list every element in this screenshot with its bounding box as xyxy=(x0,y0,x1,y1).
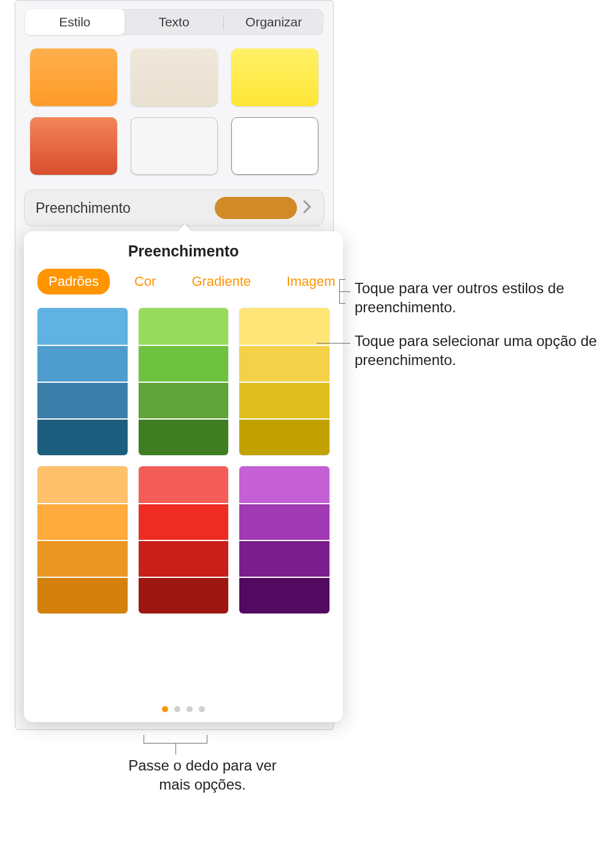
fill-preset-swatch[interactable] xyxy=(37,503,128,540)
fill-preset-swatch[interactable] xyxy=(37,466,128,503)
fill-preset-group xyxy=(37,466,128,613)
callout-swatch-tip: Toque para selecionar uma opção de preen… xyxy=(355,331,612,369)
fill-preset-swatch[interactable] xyxy=(239,466,329,503)
callout-bracket xyxy=(144,735,207,744)
page-dot[interactable] xyxy=(162,706,168,712)
callout-line xyxy=(339,291,350,292)
fill-preset-swatch[interactable] xyxy=(139,382,229,418)
tab-text-label: Texto xyxy=(158,15,189,29)
fill-preset-swatch[interactable] xyxy=(139,418,229,455)
fill-preset-swatch[interactable] xyxy=(239,503,329,540)
shape-style-swatch[interactable] xyxy=(30,48,117,106)
popover-title: Preenchimento xyxy=(24,231,343,269)
page-dot[interactable] xyxy=(199,706,205,712)
fill-preset-swatch[interactable] xyxy=(37,345,128,382)
fill-tab-color[interactable]: Cor xyxy=(123,269,167,294)
fill-current-swatch[interactable] xyxy=(215,197,297,219)
fill-preset-swatch[interactable] xyxy=(37,540,128,577)
fill-preset-swatch[interactable] xyxy=(37,418,128,455)
fill-row-label: Preenchimento xyxy=(36,200,215,217)
shape-style-swatch[interactable] xyxy=(131,117,218,175)
fill-preset-swatch[interactable] xyxy=(239,345,329,382)
fill-preset-swatch[interactable] xyxy=(239,308,329,345)
format-panel: Estilo Texto Organizar Preenchimento Pre… xyxy=(15,0,334,730)
fill-preset-group xyxy=(239,308,329,455)
fill-preset-group xyxy=(37,308,128,455)
shape-style-swatch[interactable] xyxy=(131,48,218,106)
fill-preset-swatch[interactable] xyxy=(139,577,229,613)
fill-preset-swatch[interactable] xyxy=(139,503,229,540)
page-dot[interactable] xyxy=(187,706,193,712)
fill-tab-image[interactable]: Imagem xyxy=(275,269,346,294)
fill-tab-gradient[interactable]: Gradiente xyxy=(180,269,262,294)
page-indicator[interactable] xyxy=(24,706,343,712)
tab-style-label: Estilo xyxy=(59,15,90,29)
fill-tab-presets[interactable]: Padrões xyxy=(37,269,110,294)
fill-preset-swatch[interactable] xyxy=(239,382,329,418)
fill-preset-swatch[interactable] xyxy=(139,308,229,345)
fill-preset-swatch[interactable] xyxy=(239,418,329,455)
callout-line xyxy=(175,744,176,755)
fill-preset-swatch[interactable] xyxy=(139,540,229,577)
fill-preset-swatch[interactable] xyxy=(239,577,329,613)
fill-preset-swatch[interactable] xyxy=(37,577,128,613)
fill-preset-swatch[interactable] xyxy=(37,308,128,345)
fill-preset-group xyxy=(239,466,329,613)
shape-style-swatch[interactable] xyxy=(231,117,318,175)
chevron-right-icon[interactable] xyxy=(297,198,318,218)
fill-tab-presets-label: Padrões xyxy=(48,274,99,289)
fill-preset-swatch[interactable] xyxy=(139,345,229,382)
fill-preset-group xyxy=(139,308,229,455)
tab-arrange-label: Organizar xyxy=(245,15,302,29)
fill-type-tabs: Padrões Cor Gradiente Imagem xyxy=(24,269,343,303)
fill-row[interactable]: Preenchimento xyxy=(24,190,325,226)
fill-preset-swatch[interactable] xyxy=(239,540,329,577)
fill-preset-group xyxy=(139,466,229,613)
fill-tab-color-label: Cor xyxy=(134,274,156,289)
callout-tabs-tip: Toque para ver outros estilos de preench… xyxy=(355,279,600,317)
fill-popover: Preenchimento Padrões Cor Gradiente Imag… xyxy=(24,231,343,722)
fill-tab-gradient-label: Gradiente xyxy=(191,274,251,289)
shape-style-swatch[interactable] xyxy=(231,48,318,106)
tab-style[interactable]: Estilo xyxy=(25,9,125,35)
fill-tab-image-label: Imagem xyxy=(287,274,335,289)
fill-preset-swatch[interactable] xyxy=(37,382,128,418)
popover-caret xyxy=(177,224,192,231)
fill-preset-grid xyxy=(24,303,343,613)
fill-preset-swatch[interactable] xyxy=(139,466,229,503)
tab-text[interactable]: Texto xyxy=(125,9,224,35)
page-dot[interactable] xyxy=(174,706,180,712)
callout-swipe-tip: Passe o dedo para ver mais opções. xyxy=(123,756,282,794)
tab-arrange[interactable]: Organizar xyxy=(224,9,323,35)
shape-style-swatch[interactable] xyxy=(30,117,117,175)
shape-style-grid xyxy=(15,35,333,186)
format-tabs: Estilo Texto Organizar xyxy=(25,9,323,35)
callout-line xyxy=(317,343,350,344)
